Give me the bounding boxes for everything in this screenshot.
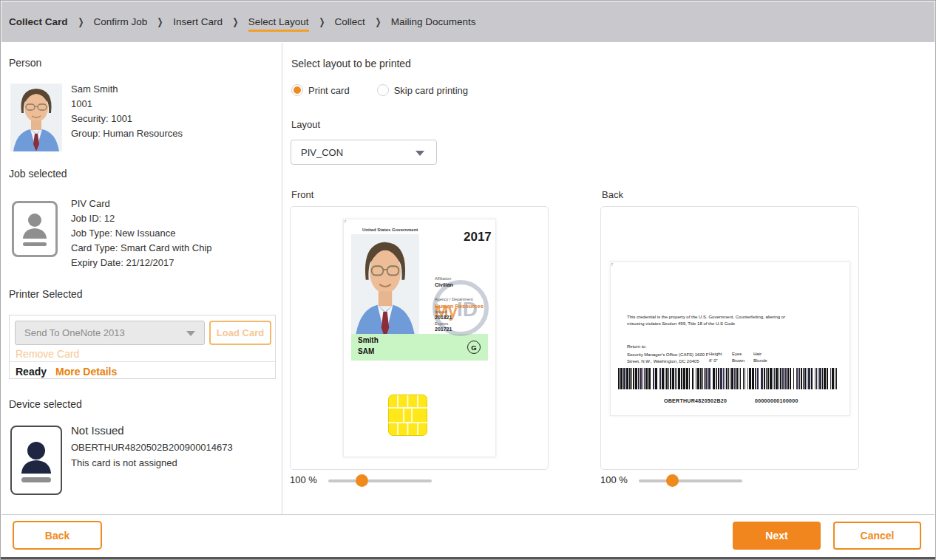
person-name: Sam Smith — [71, 82, 183, 97]
printer-panel: Send To OneNote 2013 Load Card Remove Ca… — [9, 315, 276, 379]
front-preview: r United States Government 2017 — [290, 206, 549, 470]
return-label: Return to: — [627, 344, 646, 349]
main-panel: Select layout to be printed Print card S… — [283, 43, 935, 514]
load-card-button[interactable]: Load Card — [209, 321, 271, 345]
back-button[interactable]: Back — [13, 521, 102, 550]
window-bottom-edge — [1, 557, 935, 559]
barcode-text-2: 00000000100000 — [755, 398, 798, 403]
expires-value: 201721 — [435, 327, 452, 332]
affiliation-value: Civilian — [435, 282, 453, 287]
layout-label: Layout — [291, 119, 320, 130]
device-serial: OBERTHUR4820502B200900014673 — [71, 442, 233, 453]
affiliation-label: Affiliation — [435, 276, 451, 281]
job-type: Job Type: New Issuance — [71, 226, 212, 241]
sidebar: Person Sam Smith 1001 Security: 1001 Gr — [1, 43, 282, 514]
print-card-radio[interactable] — [291, 84, 303, 96]
printer-section-title: Printer Selected — [9, 288, 83, 300]
person-details: Sam Smith 1001 Security: 1001 Group: Hum… — [71, 82, 183, 141]
job-expiry: Expiry Date: 21/12/2017 — [71, 256, 212, 270]
front-zoom-value: 100 % — [290, 474, 317, 485]
layout-select-value: PIV_CON — [301, 147, 343, 158]
card-back-preview: r This credential is the property of the… — [610, 262, 850, 416]
agency-label: Agency / Department — [435, 297, 473, 301]
chevron-icon: ❯ — [157, 16, 163, 27]
page-title: Select layout to be printed — [291, 58, 411, 69]
agency-value: Human Resources — [435, 303, 484, 310]
issued-value: 201821 — [435, 315, 452, 320]
g-badge: G — [467, 341, 481, 354]
back-zoom-slider-thumb[interactable] — [666, 474, 679, 487]
barcode — [618, 368, 840, 389]
hair-label: Hair — [753, 352, 762, 356]
back-zoom-slider[interactable] — [639, 479, 742, 482]
breadcrumb-insert-card[interactable]: Insert Card — [173, 13, 223, 32]
job-card-icon — [12, 201, 58, 257]
job-card-type: Card Type: Smart Card with Chip — [71, 241, 212, 256]
skip-card-printing-radio[interactable] — [377, 84, 389, 96]
breadcrumb: Collect Card ❯ Confirm Job ❯ Insert Card… — [1, 1, 935, 42]
eyes-value: Brown — [732, 358, 745, 363]
breadcrumb-collect-card[interactable]: Collect Card — [9, 13, 68, 32]
device-status: Not Issued — [71, 424, 233, 437]
chevron-icon: ❯ — [319, 16, 325, 27]
card-name-band: Smith SAM G — [351, 334, 488, 361]
chevron-icon: ❯ — [232, 16, 238, 27]
front-zoom-slider[interactable] — [328, 479, 432, 482]
device-note: This card is not assigned — [71, 457, 233, 468]
eyes-label: Eyes — [732, 352, 742, 356]
back-label: Back — [602, 189, 623, 200]
artifact-mark: r — [611, 262, 613, 267]
device-details: Not Issued OBERTHUR4820502B200900014673 … — [71, 424, 233, 468]
return-address: Security Manager's Office (CAFS) 1600 F … — [627, 352, 713, 365]
printer-select-value: Send To OneNote 2013 — [24, 327, 125, 338]
hair-value: Blonde — [753, 358, 767, 363]
front-zoom-slider-thumb[interactable] — [356, 474, 368, 487]
next-button[interactable]: Next — [733, 522, 821, 550]
breadcrumb-mailing-documents[interactable]: Mailing Documents — [391, 13, 476, 32]
issued-label: Issued — [435, 310, 447, 314]
app-window: Collect Card ❯ Confirm Job ❯ Insert Card… — [0, 0, 936, 560]
barcode-text-1: OBERTHUR4820502B20 — [664, 398, 727, 403]
job-name: PIV Card — [71, 197, 212, 211]
device-section-title: Device selected — [9, 398, 82, 410]
remove-card-link[interactable]: Remove Card — [16, 348, 79, 360]
person-section-title: Person — [9, 57, 41, 69]
card-front-header: United States Government — [362, 228, 418, 232]
artifact-mark: r — [345, 219, 346, 224]
chevron-down-icon — [186, 331, 195, 336]
more-details-link[interactable]: More Details — [55, 366, 117, 378]
expires-label: Expires — [435, 321, 448, 326]
breadcrumb-confirm-job[interactable]: Confirm Job — [93, 13, 147, 32]
layout-select[interactable]: PIV_CON — [291, 140, 437, 165]
height-value: 6' 0" — [709, 358, 718, 363]
print-card-label: Print card — [308, 85, 350, 96]
cancel-button[interactable]: Cancel — [833, 522, 921, 550]
printer-status: Ready — [16, 366, 47, 378]
card-front-photo — [351, 234, 419, 334]
job-section-title: Job selected — [9, 168, 67, 180]
front-label: Front — [291, 189, 313, 200]
card-surname: Smith — [358, 336, 379, 344]
device-card-icon — [10, 426, 62, 495]
person-id: 1001 — [71, 97, 183, 112]
printer-status-row: ReadyMore Details — [10, 361, 275, 378]
person-group: Group: Human Resources — [71, 126, 183, 141]
card-back-legal: This credential is the property of the U… — [627, 314, 797, 327]
job-id: Job ID: 12 — [71, 211, 212, 226]
card-firstname: SAM — [358, 347, 374, 355]
breadcrumb-collect[interactable]: Collect — [335, 13, 365, 32]
breadcrumb-select-layout[interactable]: Select Layout — [248, 13, 309, 32]
printer-select[interactable]: Send To OneNote 2013 — [15, 321, 205, 345]
card-front-preview: r United States Government 2017 — [343, 219, 496, 457]
height-label: Height — [709, 352, 722, 356]
chevron-icon: ❯ — [78, 16, 84, 27]
job-details: PIV Card Job ID: 12 Job Type: New Issuan… — [71, 197, 212, 270]
card-front-year: 2017 — [464, 230, 492, 245]
person-photo — [10, 83, 62, 151]
skip-card-printing-label: Skip card printing — [394, 85, 468, 96]
back-zoom-value: 100 % — [600, 474, 628, 485]
person-security: Security: 1001 — [71, 112, 183, 126]
smartcard-chip — [388, 395, 427, 436]
footer: Back Next Cancel — [1, 514, 935, 557]
back-preview: r This credential is the property of the… — [600, 206, 859, 470]
